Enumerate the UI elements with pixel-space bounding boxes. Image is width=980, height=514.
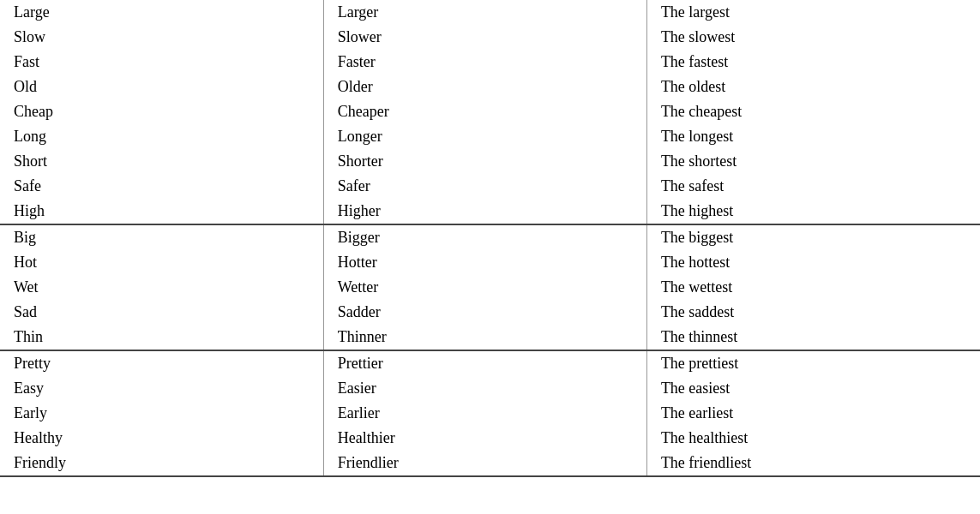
superlative-cell: The thinnest [646,325,980,350]
superlative-cell: The slowest [646,25,980,50]
comparative-cell: Earlier [323,401,646,426]
superlative-cell: The friendliest [646,451,980,476]
superlative-cell: The highest [646,199,980,224]
comparative-cell: Easier [323,376,646,401]
superlative-cell: The fastest [646,50,980,75]
table-row: LongLongerThe longest [0,124,980,149]
superlative-cell: The cheapest [646,99,980,124]
superlative-cell: The safest [646,174,980,199]
adjective-cell: Pretty [0,350,323,376]
table-row: SadSadderThe saddest [0,300,980,325]
adjectives-table: LargeLargerThe largestSlowSlowerThe slow… [0,0,980,477]
table-container: LargeLargerThe largestSlowSlowerThe slow… [0,0,980,514]
comparative-cell: Higher [323,199,646,224]
superlative-cell: The hottest [646,250,980,275]
comparative-cell: Sadder [323,300,646,325]
superlative-cell: The oldest [646,75,980,99]
table-row: SafeSaferThe safest [0,174,980,199]
comparative-cell: Wetter [323,275,646,300]
superlative-cell: The biggest [646,224,980,250]
comparative-cell: Thinner [323,325,646,350]
superlative-cell: The prettiest [646,350,980,376]
table-row: LargeLargerThe largest [0,0,980,25]
adjective-cell: Slow [0,25,323,50]
comparative-cell: Slower [323,25,646,50]
comparative-cell: Prettier [323,350,646,376]
comparative-cell: Safer [323,174,646,199]
superlative-cell: The earliest [646,401,980,426]
adjective-cell: Safe [0,174,323,199]
superlative-cell: The saddest [646,300,980,325]
comparative-cell: Healthier [323,426,646,451]
superlative-cell: The wettest [646,275,980,300]
comparative-cell: Shorter [323,149,646,174]
table-row: PrettyPrettierThe prettiest [0,350,980,376]
adjective-cell: Sad [0,300,323,325]
comparative-cell: Bigger [323,224,646,250]
superlative-cell: The longest [646,124,980,149]
superlative-cell: The shortest [646,149,980,174]
comparative-cell: Older [323,75,646,99]
table-row: HighHigherThe highest [0,199,980,224]
adjective-cell: Early [0,401,323,426]
table-row: SlowSlowerThe slowest [0,25,980,50]
table-row: FastFasterThe fastest [0,50,980,75]
adjective-cell: Thin [0,325,323,350]
adjective-cell: Healthy [0,426,323,451]
adjective-cell: Big [0,224,323,250]
comparative-cell: Friendlier [323,451,646,476]
table-row: ThinThinnerThe thinnest [0,325,980,350]
comparative-cell: Cheaper [323,99,646,124]
adjective-cell: Wet [0,275,323,300]
table-row: BigBiggerThe biggest [0,224,980,250]
adjective-cell: Large [0,0,323,25]
adjective-cell: Cheap [0,99,323,124]
adjective-cell: Fast [0,50,323,75]
comparative-cell: Faster [323,50,646,75]
table-row: FriendlyFriendlierThe friendliest [0,451,980,476]
superlative-cell: The largest [646,0,980,25]
adjective-cell: Friendly [0,451,323,476]
comparative-cell: Larger [323,0,646,25]
comparative-cell: Hotter [323,250,646,275]
table-row: WetWetterThe wettest [0,275,980,300]
table-row: CheapCheaperThe cheapest [0,99,980,124]
superlative-cell: The healthiest [646,426,980,451]
table-row: HotHotterThe hottest [0,250,980,275]
comparative-cell: Longer [323,124,646,149]
table-row: ShortShorterThe shortest [0,149,980,174]
superlative-cell: The easiest [646,376,980,401]
adjective-cell: High [0,199,323,224]
adjective-cell: Old [0,75,323,99]
table-row: EarlyEarlierThe earliest [0,401,980,426]
adjective-cell: Hot [0,250,323,275]
table-row: OldOlderThe oldest [0,75,980,99]
adjective-cell: Long [0,124,323,149]
adjective-cell: Short [0,149,323,174]
adjective-cell: Easy [0,376,323,401]
table-row: EasyEasierThe easiest [0,376,980,401]
table-row: HealthyHealthierThe healthiest [0,426,980,451]
